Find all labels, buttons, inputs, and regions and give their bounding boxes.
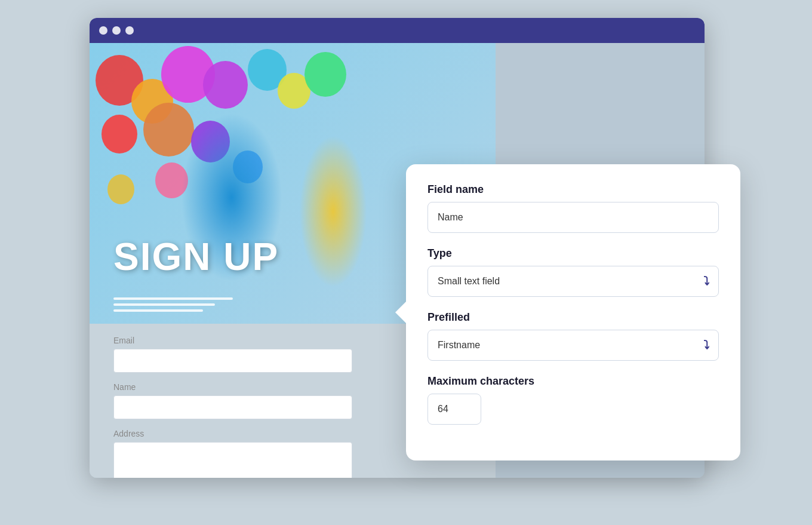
browser-titlebar xyxy=(90,18,705,43)
line-3 xyxy=(113,309,203,312)
max-chars-label: Maximum characters xyxy=(427,375,719,388)
prefilled-label: Prefilled xyxy=(427,311,719,324)
prefilled-section: Prefilled Firstname Lastname Email Phone… xyxy=(427,311,719,361)
properties-panel: Field name Type Small text field Large t… xyxy=(406,164,740,460)
address-input-display xyxy=(113,442,352,478)
email-input-display xyxy=(113,349,352,373)
prefilled-select[interactable]: Firstname Lastname Email Phone None xyxy=(427,330,719,361)
name-input-display xyxy=(113,395,352,419)
field-name-section: Field name xyxy=(427,183,719,233)
traffic-light-close[interactable] xyxy=(99,26,107,35)
sign-up-lines xyxy=(113,297,233,312)
line-2 xyxy=(113,303,215,306)
type-select-wrapper: Small text field Large text field Email … xyxy=(427,266,719,297)
traffic-light-maximize[interactable] xyxy=(125,26,134,35)
type-label: Type xyxy=(427,247,719,260)
field-name-label: Field name xyxy=(427,183,719,196)
line-1 xyxy=(113,297,233,300)
field-name-input[interactable] xyxy=(427,202,719,233)
sign-up-heading: SIGN UP xyxy=(113,238,279,276)
outer-wrapper: SIGN UP Email Name Address xyxy=(90,18,722,508)
max-chars-input[interactable] xyxy=(427,394,481,425)
traffic-light-minimize[interactable] xyxy=(112,26,121,35)
type-select[interactable]: Small text field Large text field Email … xyxy=(427,266,719,297)
prefilled-select-wrapper: Firstname Lastname Email Phone None ⤵ xyxy=(427,330,719,361)
type-section: Type Small text field Large text field E… xyxy=(427,247,719,297)
max-chars-section: Maximum characters xyxy=(427,375,719,425)
